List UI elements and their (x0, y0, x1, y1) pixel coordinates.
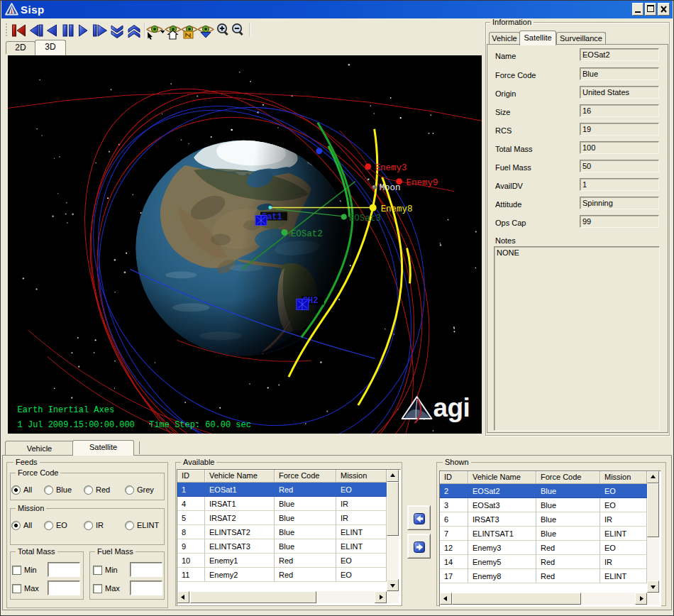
svg-text:EOSat2: EOSat2 (291, 229, 323, 239)
svg-text:Enemy3: Enemy3 (375, 163, 407, 173)
svg-text:Time Step: 60.00 sec: Time Step: 60.00 sec (149, 420, 251, 430)
svg-text:agi: agi (433, 393, 470, 422)
svg-text:Earth Inertial Axes: Earth Inertial Axes (18, 405, 114, 415)
svg-text:Moon: Moon (380, 183, 401, 193)
svg-text:1 Jul 2009.15:00:00.000: 1 Jul 2009.15:00:00.000 (18, 420, 135, 430)
svg-text:Enemy9: Enemy9 (407, 178, 438, 188)
svg-text:EOSat3: EOSat3 (349, 214, 381, 224)
svg-text:Enemy8: Enemy8 (381, 204, 413, 214)
